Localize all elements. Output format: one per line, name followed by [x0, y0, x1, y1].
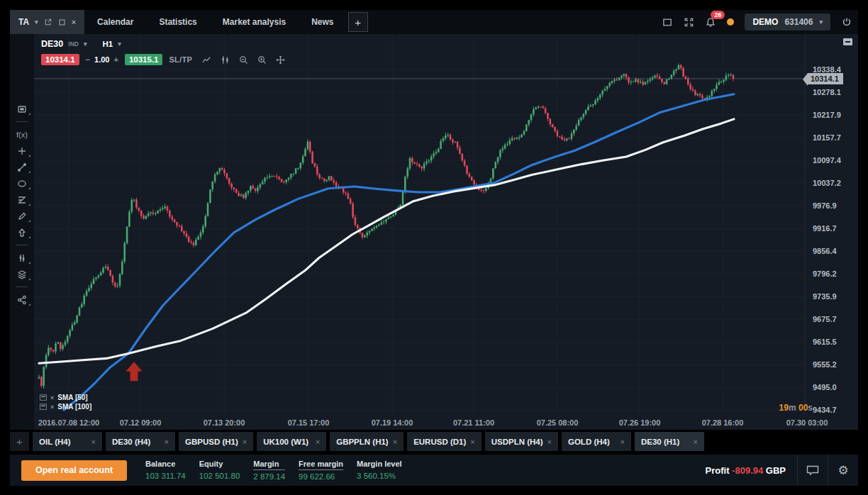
close-tab-icon[interactable]: × — [316, 438, 320, 446]
instrument-tab-label: EURUSD (D1) — [413, 438, 466, 446]
indicators-icon[interactable] — [13, 252, 31, 264]
instrument-tab-label: GOLD (H4) — [568, 438, 610, 446]
candle-countdown-timer: 19m 00s — [779, 403, 813, 413]
account-number: 631406 — [784, 17, 813, 27]
price-axis-tick: 9434.7 — [813, 406, 837, 414]
stat-value: 3 560.15% — [357, 472, 402, 480]
instrument-tab-active[interactable]: DE30 (H1)× — [635, 432, 704, 451]
workspace-tab[interactable]: News — [299, 10, 346, 34]
pencil-icon[interactable] — [13, 210, 31, 222]
maximize-icon[interactable] — [58, 18, 66, 26]
instrument-tab[interactable]: EURUSD (D1)× — [407, 432, 482, 451]
timeframe-label[interactable]: H1 — [102, 40, 113, 48]
open-real-account-button[interactable]: Open real account — [21, 460, 127, 481]
instrument-tab-label: UK100 (W1) — [263, 438, 308, 446]
indicator-label: SMA [50] — [57, 394, 87, 401]
ellipse-icon[interactable] — [13, 177, 31, 189]
stat-label: Free margin — [299, 460, 343, 470]
instrument-tab-label: OIL (H4) — [39, 438, 71, 446]
close-tab-icon[interactable]: × — [165, 438, 169, 446]
zoom-in-icon[interactable] — [257, 55, 267, 65]
instrument-tab[interactable]: GOLD (H4)× — [562, 432, 631, 451]
share-icon[interactable] — [13, 294, 31, 306]
topbar-right-controls: 26 DEMO 631406 ▾ — [662, 10, 858, 34]
price-axis[interactable]: 10338.410278.110217.910157.710097.410037… — [806, 34, 858, 416]
arrow-up-tool-icon[interactable] — [13, 226, 31, 238]
close-tab-icon[interactable]: × — [393, 438, 397, 446]
close-tab-icon[interactable]: × — [621, 438, 625, 446]
candlestick-icon[interactable] — [220, 55, 230, 65]
volume-decrease-button[interactable]: − — [86, 55, 90, 64]
instrument-tab[interactable]: USDPLN (H4)× — [485, 432, 558, 451]
close-tab-icon[interactable]: × — [694, 438, 698, 446]
add-workspace-tab-button[interactable]: + — [348, 12, 368, 32]
price-axis-tick: 10217.9 — [813, 111, 841, 119]
workspace-tab[interactable]: Calendar — [84, 10, 146, 34]
collapse-panel-icon[interactable] — [843, 38, 852, 45]
instrument-tab-label: GBPPLN (H1) — [336, 438, 388, 446]
close-icon[interactable]: × — [72, 18, 76, 26]
divider — [16, 245, 28, 245]
window-layout-icon[interactable] — [662, 17, 673, 28]
sltp-button[interactable]: SL/TP — [169, 55, 192, 64]
time-axis[interactable]: 2016.07.08 12:0007.12 09:0007.13 20:0007… — [34, 416, 806, 430]
stat-value: 103 311.74 — [145, 472, 186, 480]
time-axis-tick: 07.28 16:00 — [702, 418, 744, 427]
price-axis-tick: 9495.0 — [813, 383, 837, 391]
workspace-tab[interactable]: Market analysis — [210, 10, 299, 34]
instrument-tab-label: DE30 (H4) — [112, 438, 150, 446]
instrument-tab[interactable]: OIL (H4)× — [33, 432, 102, 451]
workspace-tab[interactable]: Statistics — [146, 10, 209, 34]
close-tab-icon[interactable]: × — [243, 438, 247, 446]
indicator-remove-icon[interactable]: × — [50, 394, 54, 401]
function-fx-icon[interactable]: f(x) — [13, 128, 31, 140]
chat-icon[interactable] — [798, 464, 828, 477]
add-instrument-tab-button[interactable]: + — [10, 432, 29, 451]
instrument-tab[interactable]: UK100 (W1)× — [257, 432, 326, 451]
close-tab-icon[interactable]: × — [470, 438, 474, 446]
notification-count-badge: 26 — [711, 11, 725, 19]
account-stat: Margin2 879.14 — [253, 460, 285, 481]
profit-summary: Profit -809.94 GBP — [706, 465, 786, 476]
settings-gear-icon[interactable]: ⚙ — [828, 465, 858, 477]
chevron-down-icon[interactable]: ▾ — [84, 40, 87, 48]
indicator-settings-icon[interactable] — [40, 404, 47, 410]
price-axis-tick: 10037.2 — [813, 179, 841, 187]
screen-layout-icon[interactable] — [13, 103, 31, 115]
price-axis-tick: 9735.9 — [813, 292, 837, 301]
price-axis-tick: 9796.2 — [813, 269, 837, 278]
fibonacci-icon[interactable] — [13, 194, 31, 206]
instrument-tab[interactable]: GBPPLN (H1)× — [330, 432, 404, 451]
symbol-label[interactable]: DE30 — [41, 39, 63, 49]
buy-price-button[interactable]: 10315.1 — [125, 54, 163, 65]
time-axis-tick: 2016.07.08 12:00 — [38, 418, 99, 427]
instrument-tab[interactable]: GBPUSD (H1)× — [179, 432, 253, 451]
close-tab-icon[interactable]: × — [547, 438, 552, 446]
objects-stack-icon[interactable] — [13, 268, 31, 280]
account-selector-button[interactable]: DEMO 631406 ▾ — [745, 13, 830, 30]
chevron-down-icon[interactable]: ▾ — [35, 18, 38, 26]
indicator-settings-icon[interactable] — [40, 394, 47, 401]
indicator-label: SMA [100] — [57, 403, 91, 411]
indicator-remove-icon[interactable]: × — [50, 404, 54, 411]
power-logout-icon[interactable] — [841, 16, 852, 28]
sell-price-button[interactable]: 10314.1 — [41, 54, 79, 65]
countdown-seconds: 00 — [799, 403, 808, 413]
workspace-tab-active[interactable]: TA ▾ × — [10, 10, 84, 34]
crosshair-icon[interactable] — [13, 145, 31, 157]
volume-increase-button[interactable]: + — [113, 55, 118, 64]
zoom-out-icon[interactable] — [238, 55, 249, 65]
fullscreen-icon[interactable] — [684, 17, 694, 28]
instrument-tab[interactable]: DE30 (H4)× — [106, 432, 175, 451]
chevron-down-icon[interactable]: ▾ — [118, 40, 121, 48]
close-tab-icon[interactable]: × — [91, 438, 96, 446]
volume-value[interactable]: 1.00 — [94, 55, 109, 64]
notifications-bell-icon[interactable]: 26 — [705, 16, 716, 28]
trendline-icon[interactable] — [13, 161, 31, 173]
instrument-tab-label: USDPLN (H4) — [491, 438, 543, 446]
pan-icon[interactable] — [275, 55, 286, 65]
instrument-tab-label: DE30 (H1) — [641, 438, 679, 446]
price-chart[interactable] — [34, 34, 806, 416]
line-chart-icon[interactable] — [201, 55, 212, 65]
open-external-icon[interactable] — [44, 18, 52, 26]
